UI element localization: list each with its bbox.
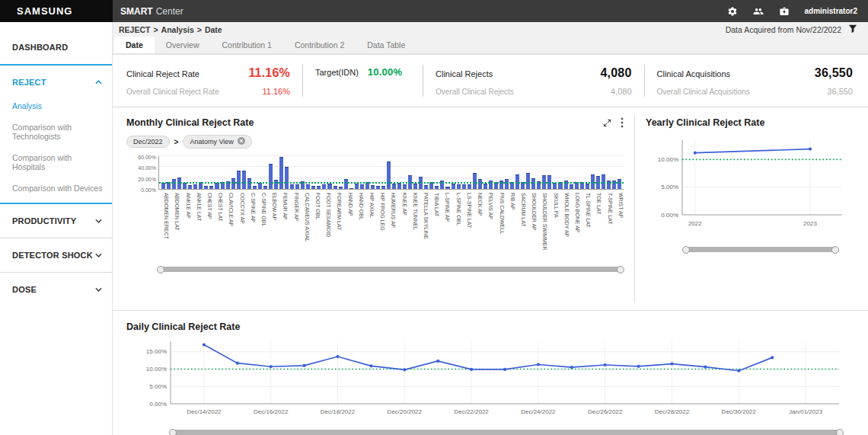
anatomy-bar <box>344 179 348 189</box>
sidebar-item-reject[interactable]: REJECT <box>0 69 112 95</box>
sidebar-item-label: DOSE <box>12 285 37 294</box>
svg-text:0.00%: 0.00% <box>661 212 678 219</box>
anatomy-bar <box>253 186 257 189</box>
sidebar-item-productivity[interactable]: PRODUCTIVITY <box>0 208 112 234</box>
users-icon[interactable] <box>753 6 764 17</box>
yearly-chart-section: Yearly Clinical Reject Rate 0.00%5.00%10… <box>635 107 868 310</box>
x-tick-label: HAND AP <box>342 192 353 257</box>
stat-label: Clinical Reject Rate <box>126 69 199 78</box>
samsung-logo[interactable]: SAMSUNG <box>0 0 113 22</box>
anatomy-bar <box>360 184 364 189</box>
anatomy-bar <box>445 187 449 189</box>
tab-contribution-2[interactable]: Contribution 2 <box>283 37 356 53</box>
x-tick-label: SHOULDER AP <box>526 192 537 257</box>
svg-text:15.00%: 15.00% <box>146 348 167 355</box>
svg-text:Dec/24/2022: Dec/24/2022 <box>521 408 556 415</box>
sidebar-item-dashboard[interactable]: DASHBOARD <box>0 34 112 60</box>
monthly-bar-chart: 0.00%20.00%40.00%60.00%ABDOMEN ERECTABDO… <box>126 156 624 257</box>
app-title-bold: SMART <box>120 6 153 17</box>
anatomy-bar <box>371 185 375 189</box>
x-tick-label: COCCYX AP <box>234 192 244 257</box>
sidebar-item-dose[interactable]: DOSE <box>0 277 112 302</box>
tab-contribution-1[interactable]: Contribution 1 <box>211 37 283 53</box>
y-tick-label: 40.00% <box>138 165 156 171</box>
filter-chip-month[interactable]: Dec/2022 <box>126 136 170 148</box>
anatomy-bar <box>376 186 380 189</box>
tab-data-table[interactable]: Data Table <box>356 37 416 53</box>
x-tick-label: ANKLE AP <box>180 192 190 257</box>
svg-text:2022: 2022 <box>688 220 702 227</box>
x-tick-label: ABDOMEN ERECT <box>158 192 169 257</box>
anatomy-bar <box>381 186 385 189</box>
yearly-chart-scrollbar[interactable] <box>684 247 838 252</box>
settings-icon[interactable] <box>727 6 738 17</box>
svg-text:Dec/30/2022: Dec/30/2022 <box>722 408 757 415</box>
svg-text:5.00%: 5.00% <box>149 383 167 390</box>
stat-overall-label: Overall Clinical Reject Rate <box>126 88 219 96</box>
anatomy-bar <box>237 171 241 189</box>
x-tick-label: NECK AP <box>472 192 483 257</box>
monthly-chart-scrollbar[interactable] <box>158 267 623 272</box>
x-tick-label: HAND OBL <box>353 192 364 257</box>
sidebar-subitem-comparison-with-devices[interactable]: Comparison with Devices <box>0 178 112 199</box>
sidebar-subitem-comparison-with-technologists[interactable]: Comparison with Technologists <box>0 117 112 147</box>
x-tick-label: ELBOW AP <box>266 192 277 257</box>
x-axis-labels: ABDOMEN ERECTABDOMEN LATANKLE APANKLE LA… <box>158 192 624 257</box>
username[interactable]: administrator2 <box>805 7 857 15</box>
x-tick-label: L-SPINE AP <box>439 192 450 257</box>
anatomy-bar <box>526 173 530 190</box>
stat-label: Clinical Rejects <box>436 69 493 78</box>
anatomy-bar <box>295 184 299 189</box>
svg-text:Dec/22/2022: Dec/22/2022 <box>454 408 489 415</box>
close-icon[interactable] <box>238 137 245 146</box>
more-icon[interactable] <box>621 117 624 128</box>
anatomy-bar <box>355 184 359 189</box>
anatomy-bar <box>586 184 589 189</box>
filter-chip-anatomy[interactable]: Anatomy View <box>183 135 251 149</box>
x-tick-label: C-SPINE OBL <box>256 192 266 257</box>
yearly-line-chart: 0.00%5.00%10.00%20222023 <box>646 130 856 239</box>
sidebar-item-detector-shock[interactable]: DETECTOR SHOCK <box>0 242 112 268</box>
anatomy-bar <box>161 183 165 189</box>
anatomy-bar <box>274 180 278 189</box>
sidebar-divider <box>0 64 112 66</box>
target-line <box>159 182 624 184</box>
anatomy-bar <box>204 186 208 189</box>
x-tick-label: C-SPINE AP <box>245 192 256 257</box>
svg-text:10.00%: 10.00% <box>146 366 167 373</box>
svg-text:Dec/28/2022: Dec/28/2022 <box>655 408 690 415</box>
topbar-actions: administrator2 <box>727 0 868 22</box>
sidebar-subitem-analysis[interactable]: Analysis <box>0 95 112 117</box>
device-icon[interactable] <box>779 6 790 17</box>
anatomy-bar <box>317 186 321 189</box>
anatomy-bar <box>269 164 273 189</box>
main-content: REJECT>Analysis>Date Data Acquired from … <box>113 22 868 435</box>
anatomy-bar <box>258 183 262 189</box>
stat-overall-value: 36,550 <box>827 87 853 96</box>
expand-icon[interactable] <box>603 119 611 127</box>
tab-date[interactable]: Date <box>114 37 155 53</box>
sidebar-item-label: DASHBOARD <box>12 43 68 52</box>
daily-chart-scrollbar[interactable] <box>171 430 842 435</box>
svg-text:5.00%: 5.00% <box>661 184 678 190</box>
chevron-down-icon <box>95 219 102 223</box>
x-tick-label: CHEST AP <box>202 192 212 257</box>
anatomy-bar <box>424 185 428 189</box>
top-bar: SAMSUNG SMART Center administrator2 <box>0 0 868 22</box>
filter-icon[interactable] <box>848 24 857 35</box>
filter-chip-anatomy-label: Anatomy View <box>190 138 233 146</box>
y-tick-label: 0.00% <box>141 187 156 193</box>
x-tick-label: CLAVICLE AP <box>223 192 234 257</box>
monthly-chart-title: Monthly Clinical Reject Rate <box>126 117 254 128</box>
svg-text:Dec/16/2022: Dec/16/2022 <box>254 408 289 415</box>
sidebar-subitem-comparison-with-hospitals[interactable]: Comparison with Hospitals <box>0 147 112 178</box>
stat-target: Target(IDN) 10.00% <box>315 66 410 78</box>
x-tick-label: HIP FROG LEG <box>375 192 385 257</box>
breadcrumb-row: REJECT>Analysis>Date Data Acquired from … <box>113 22 868 37</box>
tab-overview[interactable]: Overview <box>155 37 211 53</box>
stat-overall-value: 11.16% <box>263 87 291 96</box>
yearly-chart-title: Yearly Clinical Reject Rate <box>646 117 764 128</box>
sidebar-item-label: DETECTOR SHOCK <box>12 251 93 260</box>
anatomy-bar <box>306 184 310 189</box>
anatomy-bar <box>231 178 235 189</box>
